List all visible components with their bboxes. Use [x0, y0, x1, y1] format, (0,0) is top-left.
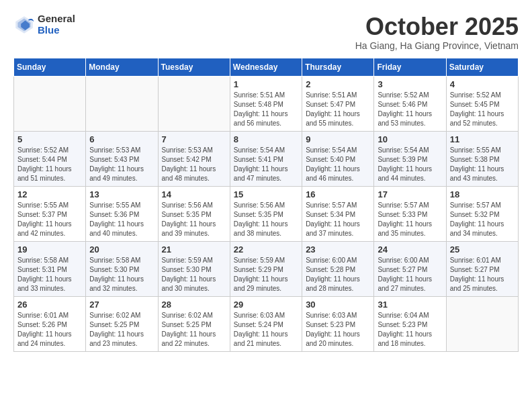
header-friday: Friday [374, 58, 446, 76]
calendar-body: 1Sunrise: 5:51 AM Sunset: 5:48 PM Daylig… [14, 76, 519, 351]
logo: General Blue [13, 13, 75, 36]
day-info: Sunrise: 6:02 AM Sunset: 5:25 PM Dayligh… [89, 311, 154, 349]
day-number: 5 [17, 134, 82, 144]
header-tuesday: Tuesday [158, 58, 230, 76]
calendar-week-2: 5Sunrise: 5:52 AM Sunset: 5:44 PM Daylig… [14, 131, 519, 186]
title-section: October 2025 Ha Giang, Ha Giang Province… [355, 13, 519, 51]
calendar-cell-w1d3 [158, 76, 230, 131]
logo-text: General Blue [38, 13, 75, 36]
day-info: Sunrise: 6:00 AM Sunset: 5:28 PM Dayligh… [306, 256, 370, 293]
day-info: Sunrise: 6:01 AM Sunset: 5:26 PM Dayligh… [17, 311, 82, 349]
header-monday: Monday [86, 58, 158, 76]
day-number: 24 [378, 244, 442, 255]
day-number: 16 [306, 189, 370, 199]
day-number: 15 [234, 189, 298, 199]
day-info: Sunrise: 6:00 AM Sunset: 5:27 PM Dayligh… [378, 256, 442, 293]
day-info: Sunrise: 5:53 AM Sunset: 5:42 PM Dayligh… [162, 146, 226, 183]
logo-icon [13, 14, 35, 36]
day-info: Sunrise: 5:56 AM Sunset: 5:35 PM Dayligh… [162, 201, 226, 238]
day-number: 31 [378, 300, 442, 310]
calendar-cell-w5d7 [446, 296, 518, 351]
day-number: 12 [17, 189, 82, 199]
calendar-cell-w1d2 [86, 76, 158, 131]
calendar-cell-w2d4: 8Sunrise: 5:54 AM Sunset: 5:41 PM Daylig… [230, 131, 302, 186]
day-info: Sunrise: 5:55 AM Sunset: 5:36 PM Dayligh… [89, 201, 154, 238]
day-info: Sunrise: 5:54 AM Sunset: 5:40 PM Dayligh… [306, 146, 370, 183]
calendar-header: SundayMondayTuesdayWednesdayThursdayFrid… [14, 58, 519, 76]
day-number: 10 [378, 134, 442, 144]
day-info: Sunrise: 5:58 AM Sunset: 5:30 PM Dayligh… [89, 256, 154, 293]
calendar-cell-w3d1: 12Sunrise: 5:55 AM Sunset: 5:37 PM Dayli… [14, 186, 86, 241]
calendar-cell-w5d2: 27Sunrise: 6:02 AM Sunset: 5:25 PM Dayli… [86, 296, 158, 351]
day-number: 1 [234, 79, 298, 89]
day-info: Sunrise: 5:55 AM Sunset: 5:38 PM Dayligh… [450, 146, 515, 183]
calendar-week-4: 19Sunrise: 5:58 AM Sunset: 5:31 PM Dayli… [14, 241, 519, 296]
day-number: 8 [234, 134, 298, 144]
calendar-cell-w3d4: 15Sunrise: 5:56 AM Sunset: 5:35 PM Dayli… [230, 186, 302, 241]
calendar-table: SundayMondayTuesdayWednesdayThursdayFrid… [13, 58, 519, 352]
day-info: Sunrise: 6:03 AM Sunset: 5:23 PM Dayligh… [306, 311, 370, 349]
calendar-cell-w2d7: 11Sunrise: 5:55 AM Sunset: 5:38 PM Dayli… [446, 131, 518, 186]
page-header: General Blue October 2025 Ha Giang, Ha G… [13, 13, 519, 51]
day-number: 20 [89, 244, 154, 255]
calendar-cell-w3d7: 18Sunrise: 5:57 AM Sunset: 5:32 PM Dayli… [446, 186, 518, 241]
day-number: 21 [162, 244, 226, 255]
calendar-cell-w4d5: 23Sunrise: 6:00 AM Sunset: 5:28 PM Dayli… [302, 241, 374, 296]
calendar-week-1: 1Sunrise: 5:51 AM Sunset: 5:48 PM Daylig… [14, 76, 519, 131]
calendar-cell-w1d5: 2Sunrise: 5:51 AM Sunset: 5:47 PM Daylig… [302, 76, 374, 131]
calendar-cell-w2d3: 7Sunrise: 5:53 AM Sunset: 5:42 PM Daylig… [158, 131, 230, 186]
day-info: Sunrise: 5:53 AM Sunset: 5:43 PM Dayligh… [89, 146, 154, 183]
calendar-cell-w3d6: 17Sunrise: 5:57 AM Sunset: 5:33 PM Dayli… [374, 186, 446, 241]
calendar-cell-w3d5: 16Sunrise: 5:57 AM Sunset: 5:34 PM Dayli… [302, 186, 374, 241]
day-info: Sunrise: 5:59 AM Sunset: 5:29 PM Dayligh… [234, 256, 298, 293]
calendar-cell-w1d1 [14, 76, 86, 131]
day-number: 30 [306, 300, 370, 310]
calendar-cell-w2d5: 9Sunrise: 5:54 AM Sunset: 5:40 PM Daylig… [302, 131, 374, 186]
calendar-cell-w4d2: 20Sunrise: 5:58 AM Sunset: 5:30 PM Dayli… [86, 241, 158, 296]
day-info: Sunrise: 5:58 AM Sunset: 5:31 PM Dayligh… [17, 256, 82, 293]
day-number: 19 [17, 244, 82, 255]
day-info: Sunrise: 6:01 AM Sunset: 5:27 PM Dayligh… [450, 256, 515, 293]
day-number: 14 [162, 189, 226, 199]
day-info: Sunrise: 6:02 AM Sunset: 5:25 PM Dayligh… [162, 311, 226, 349]
calendar-cell-w1d4: 1Sunrise: 5:51 AM Sunset: 5:48 PM Daylig… [230, 76, 302, 131]
day-info: Sunrise: 5:59 AM Sunset: 5:30 PM Dayligh… [162, 256, 226, 293]
day-number: 3 [378, 79, 442, 89]
day-number: 11 [450, 134, 515, 144]
calendar-cell-w5d1: 26Sunrise: 6:01 AM Sunset: 5:26 PM Dayli… [14, 296, 86, 351]
day-number: 13 [89, 189, 154, 199]
header-thursday: Thursday [302, 58, 374, 76]
calendar-cell-w1d6: 3Sunrise: 5:52 AM Sunset: 5:46 PM Daylig… [374, 76, 446, 131]
logo-general: General [38, 13, 75, 25]
day-info: Sunrise: 5:52 AM Sunset: 5:44 PM Dayligh… [17, 146, 82, 183]
day-number: 26 [17, 300, 82, 310]
day-number: 25 [450, 244, 515, 255]
calendar-cell-w1d7: 4Sunrise: 5:52 AM Sunset: 5:45 PM Daylig… [446, 76, 518, 131]
calendar-cell-w2d2: 6Sunrise: 5:53 AM Sunset: 5:43 PM Daylig… [86, 131, 158, 186]
calendar-cell-w4d4: 22Sunrise: 5:59 AM Sunset: 5:29 PM Dayli… [230, 241, 302, 296]
day-info: Sunrise: 5:52 AM Sunset: 5:45 PM Dayligh… [450, 91, 515, 128]
header-wednesday: Wednesday [230, 58, 302, 76]
calendar-cell-w4d6: 24Sunrise: 6:00 AM Sunset: 5:27 PM Dayli… [374, 241, 446, 296]
calendar-cell-w2d6: 10Sunrise: 5:54 AM Sunset: 5:39 PM Dayli… [374, 131, 446, 186]
calendar-cell-w3d3: 14Sunrise: 5:56 AM Sunset: 5:35 PM Dayli… [158, 186, 230, 241]
logo-blue: Blue [38, 25, 75, 36]
month-year-title: October 2025 [355, 13, 519, 40]
header-row: SundayMondayTuesdayWednesdayThursdayFrid… [14, 58, 519, 76]
day-number: 2 [306, 79, 370, 89]
day-info: Sunrise: 6:04 AM Sunset: 5:23 PM Dayligh… [378, 311, 442, 349]
day-info: Sunrise: 5:54 AM Sunset: 5:41 PM Dayligh… [234, 146, 298, 183]
calendar-cell-w5d6: 31Sunrise: 6:04 AM Sunset: 5:23 PM Dayli… [374, 296, 446, 351]
day-info: Sunrise: 5:57 AM Sunset: 5:34 PM Dayligh… [306, 201, 370, 238]
calendar-week-5: 26Sunrise: 6:01 AM Sunset: 5:26 PM Dayli… [14, 296, 519, 351]
day-number: 22 [234, 244, 298, 255]
header-saturday: Saturday [446, 58, 518, 76]
day-info: Sunrise: 5:57 AM Sunset: 5:32 PM Dayligh… [450, 201, 515, 238]
calendar-cell-w4d3: 21Sunrise: 5:59 AM Sunset: 5:30 PM Dayli… [158, 241, 230, 296]
day-number: 27 [89, 300, 154, 310]
day-number: 23 [306, 244, 370, 255]
header-sunday: Sunday [14, 58, 86, 76]
day-info: Sunrise: 5:56 AM Sunset: 5:35 PM Dayligh… [234, 201, 298, 238]
day-number: 29 [234, 300, 298, 310]
calendar-cell-w4d1: 19Sunrise: 5:58 AM Sunset: 5:31 PM Dayli… [14, 241, 86, 296]
